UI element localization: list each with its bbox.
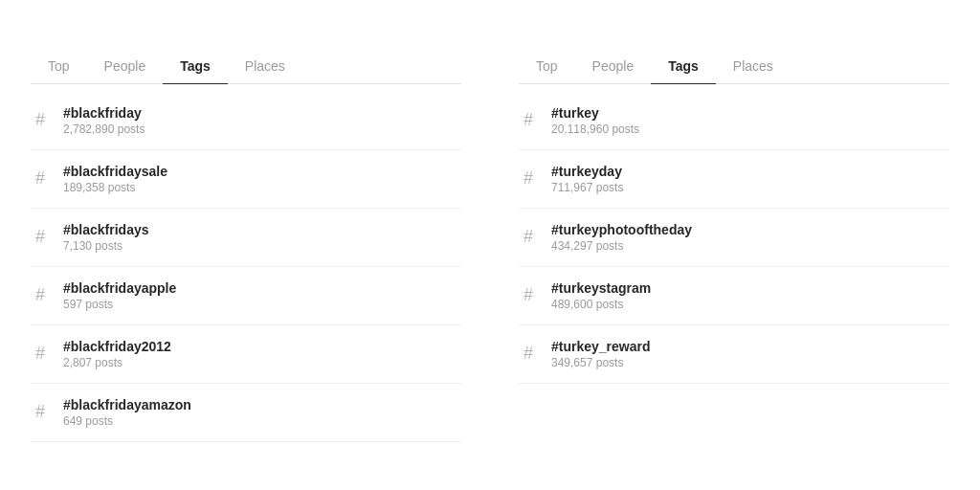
tag-posts: 349,657 posts: [551, 356, 651, 369]
hash-icon: #: [519, 285, 538, 305]
right-tag-list: # #turkey 20,118,960 posts # #turkeyday …: [519, 92, 949, 384]
left-tab-top[interactable]: Top: [31, 49, 87, 83]
tag-posts: 7,130 posts: [63, 239, 149, 253]
list-item: # #blackfridays 7,130 posts: [31, 209, 461, 267]
tag-name: #turkey: [551, 105, 639, 121]
hash-icon: #: [31, 402, 50, 422]
left-tab-people[interactable]: People: [87, 49, 164, 83]
list-item: # #blackfriday 2,782,890 posts: [31, 92, 461, 150]
tag-name: #blackfridayapple: [63, 280, 176, 296]
hash-icon: #: [519, 110, 538, 130]
hash-icon: #: [31, 168, 50, 189]
tag-posts: 489,600 posts: [551, 298, 651, 311]
right-tab-bar: Top People Tags Places: [519, 49, 949, 84]
hash-icon: #: [31, 285, 50, 305]
tag-posts: 711,967 posts: [551, 181, 623, 194]
list-item: # #turkeystagram 489,600 posts: [519, 267, 949, 325]
list-item: # #blackfridayamazon 649 posts: [31, 384, 461, 442]
list-item: # #turkey 20,118,960 posts: [519, 92, 949, 150]
hash-icon: #: [31, 344, 50, 364]
tag-name: #blackfridays: [63, 222, 149, 237]
tag-name: #turkeyphotooftheday: [551, 222, 692, 237]
tag-posts: 597 posts: [63, 298, 176, 311]
tag-posts: 20,118,960 posts: [551, 122, 639, 136]
left-tab-places[interactable]: Places: [228, 49, 302, 83]
list-item: # #blackfridaysale 189,358 posts: [31, 150, 461, 209]
list-item: # #turkeyphotooftheday 434,297 posts: [519, 209, 949, 267]
tag-name: #blackfriday: [63, 105, 145, 121]
hash-icon: #: [519, 227, 538, 247]
right-panel: Top People Tags Places # #turkey 20,118,…: [519, 49, 949, 442]
left-tab-bar: Top People Tags Places: [31, 49, 461, 84]
right-tab-places[interactable]: Places: [716, 49, 791, 83]
tag-name: #turkey_reward: [551, 339, 651, 354]
list-item: # #blackfridayapple 597 posts: [31, 267, 461, 325]
list-item: # #blackfriday2012 2,807 posts: [31, 325, 461, 384]
tag-name: #blackfridayamazon: [63, 397, 191, 412]
right-tab-tags[interactable]: Tags: [651, 49, 716, 83]
tag-posts: 2,782,890 posts: [63, 122, 145, 136]
tag-posts: 434,297 posts: [551, 239, 692, 253]
tag-posts: 189,358 posts: [63, 181, 167, 194]
tag-posts: 2,807 posts: [63, 356, 171, 369]
hash-icon: #: [519, 168, 538, 189]
right-tab-people[interactable]: People: [575, 49, 652, 83]
left-tag-list: # #blackfriday 2,782,890 posts # #blackf…: [31, 92, 461, 442]
left-tab-tags[interactable]: Tags: [163, 49, 228, 83]
left-panel: Top People Tags Places # #blackfriday 2,…: [31, 49, 461, 442]
right-tab-top[interactable]: Top: [519, 49, 575, 83]
tag-name: #blackfriday2012: [63, 339, 171, 354]
main-container: Top People Tags Places # #blackfriday 2,…: [31, 49, 949, 442]
hash-icon: #: [519, 344, 538, 364]
tag-name: #turkeyday: [551, 164, 623, 179]
tag-name: #blackfridaysale: [63, 164, 167, 179]
tag-name: #turkeystagram: [551, 280, 651, 296]
tag-posts: 649 posts: [63, 414, 191, 428]
list-item: # #turkey_reward 349,657 posts: [519, 325, 949, 384]
hash-icon: #: [31, 227, 50, 247]
list-item: # #turkeyday 711,967 posts: [519, 150, 949, 209]
hash-icon: #: [31, 110, 50, 130]
